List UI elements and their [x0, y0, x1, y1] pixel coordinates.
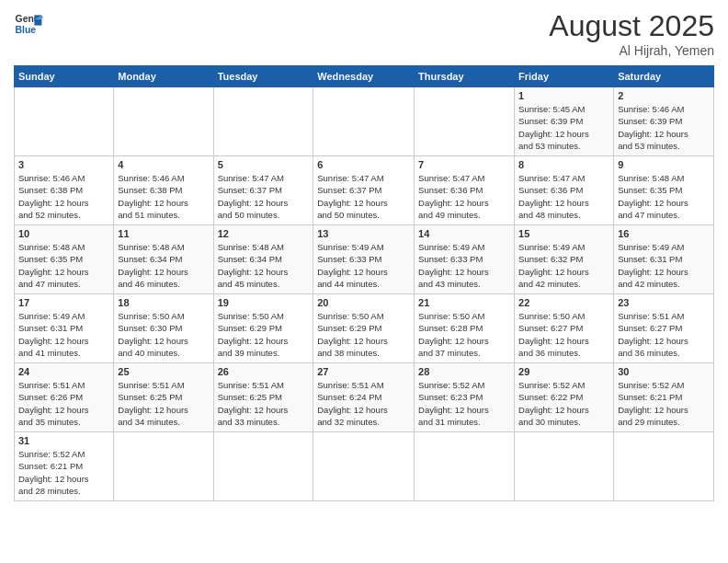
day-number: 6: [317, 159, 410, 170]
calendar-body: 1Sunrise: 5:45 AM Sunset: 6:39 PM Daylig…: [15, 87, 714, 501]
calendar-cell: 31Sunrise: 5:52 AM Sunset: 6:21 PM Dayli…: [15, 432, 114, 501]
calendar-cell: 10Sunrise: 5:48 AM Sunset: 6:35 PM Dayli…: [15, 225, 114, 294]
calendar-cell: [415, 87, 515, 156]
calendar-week-4: 24Sunrise: 5:51 AM Sunset: 6:26 PM Dayli…: [15, 363, 714, 432]
day-info: Sunrise: 5:47 AM Sunset: 6:37 PM Dayligh…: [218, 172, 310, 221]
weekday-header-wednesday: Wednesday: [313, 66, 415, 87]
calendar-cell: 6Sunrise: 5:47 AM Sunset: 6:37 PM Daylig…: [313, 156, 415, 225]
calendar-week-5: 31Sunrise: 5:52 AM Sunset: 6:21 PM Dayli…: [15, 432, 714, 501]
day-info: Sunrise: 5:46 AM Sunset: 6:38 PM Dayligh…: [118, 172, 209, 221]
main-title: August 2025: [549, 9, 714, 43]
title-block: August 2025 Al Hijrah, Yemen: [549, 9, 714, 58]
weekday-header-friday: Friday: [515, 66, 614, 87]
day-number: 13: [317, 228, 410, 239]
header: General Blue August 2025 Al Hijrah, Yeme…: [14, 9, 714, 58]
weekday-header-tuesday: Tuesday: [213, 66, 313, 87]
day-number: 21: [418, 297, 510, 308]
day-number: 12: [218, 228, 310, 239]
day-number: 2: [618, 90, 710, 101]
calendar-cell: 5Sunrise: 5:47 AM Sunset: 6:37 PM Daylig…: [213, 156, 313, 225]
day-info: Sunrise: 5:50 AM Sunset: 6:29 PM Dayligh…: [317, 310, 410, 359]
day-number: 25: [118, 366, 209, 377]
day-info: Sunrise: 5:50 AM Sunset: 6:27 PM Dayligh…: [518, 310, 609, 359]
calendar-cell: 8Sunrise: 5:47 AM Sunset: 6:36 PM Daylig…: [515, 156, 614, 225]
calendar-week-0: 1Sunrise: 5:45 AM Sunset: 6:39 PM Daylig…: [15, 87, 714, 156]
calendar-cell: 4Sunrise: 5:46 AM Sunset: 6:38 PM Daylig…: [114, 156, 213, 225]
weekday-header-monday: Monday: [114, 66, 213, 87]
calendar-cell: 13Sunrise: 5:49 AM Sunset: 6:33 PM Dayli…: [313, 225, 415, 294]
day-number: 23: [618, 297, 710, 308]
calendar-cell: [313, 87, 415, 156]
day-info: Sunrise: 5:52 AM Sunset: 6:23 PM Dayligh…: [418, 379, 510, 428]
day-info: Sunrise: 5:47 AM Sunset: 6:37 PM Dayligh…: [317, 172, 410, 221]
day-number: 30: [618, 366, 710, 377]
calendar-week-2: 10Sunrise: 5:48 AM Sunset: 6:35 PM Dayli…: [15, 225, 714, 294]
calendar-week-3: 17Sunrise: 5:49 AM Sunset: 6:31 PM Dayli…: [15, 294, 714, 363]
day-number: 7: [418, 159, 510, 170]
calendar-cell: 30Sunrise: 5:52 AM Sunset: 6:21 PM Dayli…: [614, 363, 714, 432]
calendar-cell: [515, 432, 614, 501]
day-info: Sunrise: 5:48 AM Sunset: 6:34 PM Dayligh…: [118, 241, 209, 290]
day-number: 19: [218, 297, 310, 308]
calendar-page: General Blue August 2025 Al Hijrah, Yeme…: [0, 0, 728, 563]
day-number: 20: [317, 297, 410, 308]
calendar-cell: 17Sunrise: 5:49 AM Sunset: 6:31 PM Dayli…: [15, 294, 114, 363]
day-info: Sunrise: 5:49 AM Sunset: 6:31 PM Dayligh…: [618, 241, 710, 290]
day-info: Sunrise: 5:52 AM Sunset: 6:21 PM Dayligh…: [618, 379, 710, 428]
calendar-cell: [15, 87, 114, 156]
day-info: Sunrise: 5:48 AM Sunset: 6:34 PM Dayligh…: [218, 241, 310, 290]
day-number: 26: [218, 366, 310, 377]
day-info: Sunrise: 5:49 AM Sunset: 6:31 PM Dayligh…: [18, 310, 109, 359]
calendar-cell: [114, 87, 213, 156]
day-info: Sunrise: 5:51 AM Sunset: 6:24 PM Dayligh…: [317, 379, 410, 428]
day-info: Sunrise: 5:47 AM Sunset: 6:36 PM Dayligh…: [418, 172, 510, 221]
day-info: Sunrise: 5:46 AM Sunset: 6:38 PM Dayligh…: [18, 172, 109, 221]
day-number: 22: [518, 297, 609, 308]
day-info: Sunrise: 5:49 AM Sunset: 6:33 PM Dayligh…: [418, 241, 510, 290]
calendar-cell: [213, 87, 313, 156]
subtitle: Al Hijrah, Yemen: [549, 43, 714, 58]
day-info: Sunrise: 5:46 AM Sunset: 6:39 PM Dayligh…: [618, 103, 710, 152]
calendar-cell: 19Sunrise: 5:50 AM Sunset: 6:29 PM Dayli…: [213, 294, 313, 363]
calendar-cell: 7Sunrise: 5:47 AM Sunset: 6:36 PM Daylig…: [415, 156, 515, 225]
day-info: Sunrise: 5:48 AM Sunset: 6:35 PM Dayligh…: [618, 172, 710, 221]
calendar-week-1: 3Sunrise: 5:46 AM Sunset: 6:38 PM Daylig…: [15, 156, 714, 225]
day-info: Sunrise: 5:51 AM Sunset: 6:25 PM Dayligh…: [218, 379, 310, 428]
weekday-header-row: SundayMondayTuesdayWednesdayThursdayFrid…: [15, 66, 714, 87]
calendar-cell: 28Sunrise: 5:52 AM Sunset: 6:23 PM Dayli…: [415, 363, 515, 432]
day-number: 1: [518, 90, 609, 101]
calendar-cell: 29Sunrise: 5:52 AM Sunset: 6:22 PM Dayli…: [515, 363, 614, 432]
day-number: 3: [18, 159, 109, 170]
calendar-cell: 23Sunrise: 5:51 AM Sunset: 6:27 PM Dayli…: [614, 294, 714, 363]
svg-text:Blue: Blue: [16, 25, 37, 35]
day-info: Sunrise: 5:52 AM Sunset: 6:22 PM Dayligh…: [518, 379, 609, 428]
day-number: 16: [618, 228, 710, 239]
day-number: 8: [518, 159, 609, 170]
calendar-cell: 21Sunrise: 5:50 AM Sunset: 6:28 PM Dayli…: [415, 294, 515, 363]
day-info: Sunrise: 5:49 AM Sunset: 6:33 PM Dayligh…: [317, 241, 410, 290]
calendar-header: SundayMondayTuesdayWednesdayThursdayFrid…: [15, 66, 714, 87]
day-number: 5: [218, 159, 310, 170]
calendar-cell: 20Sunrise: 5:50 AM Sunset: 6:29 PM Dayli…: [313, 294, 415, 363]
calendar-cell: 18Sunrise: 5:50 AM Sunset: 6:30 PM Dayli…: [114, 294, 213, 363]
day-info: Sunrise: 5:51 AM Sunset: 6:27 PM Dayligh…: [618, 310, 710, 359]
calendar-cell: 15Sunrise: 5:49 AM Sunset: 6:32 PM Dayli…: [515, 225, 614, 294]
calendar-cell: 9Sunrise: 5:48 AM Sunset: 6:35 PM Daylig…: [614, 156, 714, 225]
calendar-cell: 24Sunrise: 5:51 AM Sunset: 6:26 PM Dayli…: [15, 363, 114, 432]
day-info: Sunrise: 5:50 AM Sunset: 6:29 PM Dayligh…: [218, 310, 310, 359]
weekday-header-thursday: Thursday: [415, 66, 515, 87]
calendar-cell: [313, 432, 415, 501]
calendar-cell: 3Sunrise: 5:46 AM Sunset: 6:38 PM Daylig…: [15, 156, 114, 225]
logo-icon: General Blue: [14, 9, 43, 39]
logo: General Blue: [14, 9, 43, 39]
calendar-cell: 11Sunrise: 5:48 AM Sunset: 6:34 PM Dayli…: [114, 225, 213, 294]
calendar-cell: 12Sunrise: 5:48 AM Sunset: 6:34 PM Dayli…: [213, 225, 313, 294]
calendar-cell: [614, 432, 714, 501]
day-info: Sunrise: 5:49 AM Sunset: 6:32 PM Dayligh…: [518, 241, 609, 290]
day-info: Sunrise: 5:48 AM Sunset: 6:35 PM Dayligh…: [18, 241, 109, 290]
day-info: Sunrise: 5:50 AM Sunset: 6:30 PM Dayligh…: [118, 310, 209, 359]
calendar-cell: 16Sunrise: 5:49 AM Sunset: 6:31 PM Dayli…: [614, 225, 714, 294]
day-info: Sunrise: 5:51 AM Sunset: 6:25 PM Dayligh…: [118, 379, 209, 428]
day-info: Sunrise: 5:50 AM Sunset: 6:28 PM Dayligh…: [418, 310, 510, 359]
calendar-cell: 2Sunrise: 5:46 AM Sunset: 6:39 PM Daylig…: [614, 87, 714, 156]
